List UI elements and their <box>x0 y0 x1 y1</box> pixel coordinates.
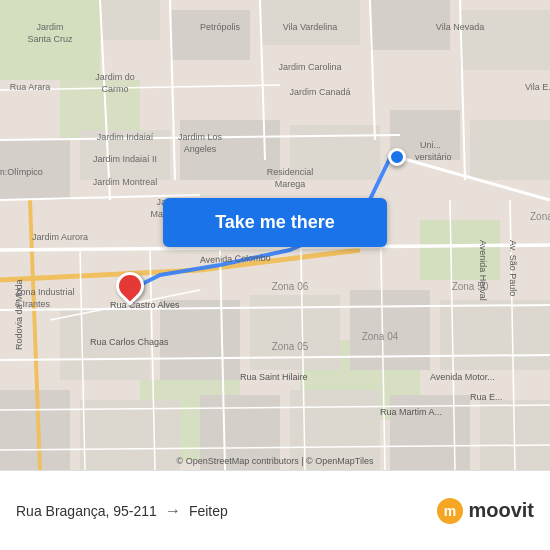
svg-text:Rua Arara: Rua Arara <box>10 82 51 92</box>
svg-text:Uni...: Uni... <box>420 140 441 150</box>
svg-text:Jardim Aurora: Jardim Aurora <box>32 232 88 242</box>
svg-text:Vila E...: Vila E... <box>525 82 550 92</box>
svg-text:Santa Cruz: Santa Cruz <box>27 34 73 44</box>
moovit-logo: m moovit <box>436 497 534 525</box>
svg-text:Jardim Carolina: Jardim Carolina <box>278 62 341 72</box>
svg-rect-23 <box>80 400 180 470</box>
svg-text:Jardim do: Jardim do <box>95 72 135 82</box>
svg-text:Zona 06: Zona 06 <box>272 281 309 292</box>
svg-text:Rua Saint Hilaire: Rua Saint Hilaire <box>240 372 308 382</box>
destination-dot <box>388 148 406 166</box>
footer-bar: Rua Bragança, 95-211 → Feitep m moovit <box>0 470 550 550</box>
svg-text:m:Olímpico: m:Olímpico <box>0 167 43 177</box>
svg-text:e Irantes: e Irantes <box>15 299 51 309</box>
origin-pin <box>116 272 144 300</box>
svg-text:Jardim: Jardim <box>36 22 63 32</box>
svg-text:Avenida Motor...: Avenida Motor... <box>430 372 495 382</box>
svg-text:Rua Carlos Chagas: Rua Carlos Chagas <box>90 337 169 347</box>
moovit-logo-text: moovit <box>468 499 534 522</box>
svg-text:Angeles: Angeles <box>184 144 217 154</box>
svg-text:Jardim Indaiaí: Jardim Indaiaí <box>97 132 154 142</box>
svg-text:m: m <box>444 503 456 519</box>
route-arrow-icon: → <box>165 502 181 520</box>
svg-rect-16 <box>470 120 550 180</box>
footer-route-info: Rua Bragança, 95-211 → Feitep <box>16 502 228 520</box>
svg-rect-20 <box>350 290 430 370</box>
svg-text:Rua Castro Alves: Rua Castro Alves <box>110 300 180 310</box>
svg-text:Rua Martim A...: Rua Martim A... <box>380 407 442 417</box>
svg-text:Av. São Paulo: Av. São Paulo <box>508 240 518 296</box>
svg-text:Marega: Marega <box>275 179 306 189</box>
svg-text:Carmo: Carmo <box>101 84 128 94</box>
svg-text:Zona 05: Zona 05 <box>272 341 309 352</box>
destination-label: Feitep <box>189 503 228 519</box>
origin-label: Rua Bragança, 95-211 <box>16 503 157 519</box>
svg-text:Vila Nevada: Vila Nevada <box>436 22 484 32</box>
svg-text:Vila Vardelina: Vila Vardelina <box>283 22 338 32</box>
svg-text:Jardim Los: Jardim Los <box>178 132 223 142</box>
svg-text:Jardim Canadá: Jardim Canadá <box>289 87 350 97</box>
svg-text:Residencial: Residencial <box>267 167 314 177</box>
svg-text:versitário: versitário <box>415 152 452 162</box>
svg-text:Rua E...: Rua E... <box>470 392 503 402</box>
svg-text:Petrópolis: Petrópolis <box>200 22 241 32</box>
route-info: Rua Bragança, 95-211 → Feitep <box>16 502 228 520</box>
svg-rect-22 <box>0 390 70 470</box>
svg-text:Jardim Indaiaí II: Jardim Indaiaí II <box>93 154 157 164</box>
svg-rect-21 <box>440 300 550 370</box>
take-me-there-button[interactable]: Take me there <box>163 198 387 247</box>
svg-text:Avenida Herval: Avenida Herval <box>478 240 488 301</box>
map-container: Zona 06 Zona 05 Zona 04 Zona 50 Jardim S… <box>0 0 550 470</box>
moovit-logo-icon: m <box>436 497 464 525</box>
svg-rect-10 <box>460 10 550 70</box>
svg-rect-7 <box>170 10 250 60</box>
svg-rect-18 <box>160 300 240 380</box>
svg-text:Zona 0: Zona 0 <box>530 211 550 222</box>
svg-rect-6 <box>100 0 160 40</box>
svg-text:Zona 04: Zona 04 <box>362 331 399 342</box>
map-attribution: © OpenStreetMap contributors | © OpenMap… <box>177 456 374 466</box>
svg-text:Zona Industrial: Zona Industrial <box>15 287 75 297</box>
svg-text:Jardim Montreal: Jardim Montreal <box>93 177 158 187</box>
